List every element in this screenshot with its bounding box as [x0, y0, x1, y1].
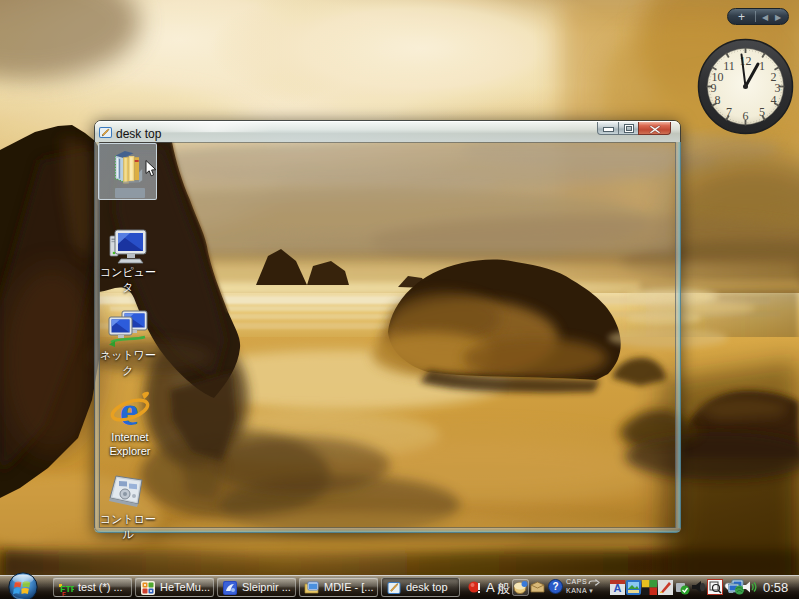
svg-text:A: A [614, 582, 622, 594]
svg-text:?: ? [552, 581, 558, 592]
svg-text:1: 1 [759, 59, 765, 73]
svg-text:11: 11 [723, 59, 735, 73]
svg-text:10: 10 [712, 70, 724, 84]
svg-text:F: F [62, 591, 66, 596]
svg-text:7: 7 [726, 105, 732, 119]
svg-text:8: 8 [715, 93, 721, 107]
svg-text:5: 5 [759, 105, 765, 119]
svg-text:6: 6 [743, 109, 749, 123]
svg-text:4: 4 [771, 93, 777, 107]
